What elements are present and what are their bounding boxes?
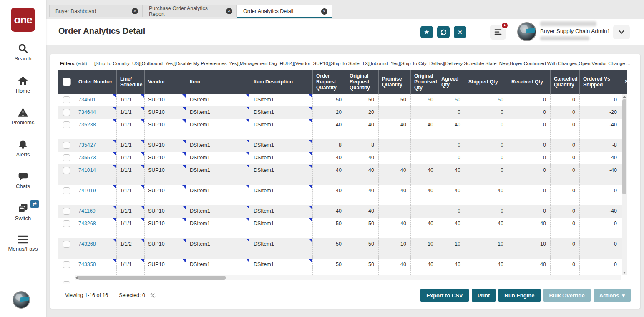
context-menu-triangle-icon[interactable]	[309, 107, 312, 110]
context-menu-triangle-icon[interactable]	[182, 152, 186, 156]
table-row[interactable]: 7354271/1/1SUP10DSItem1DSItem1880000-8	[58, 139, 627, 152]
scroll-left-arrow-icon[interactable]	[75, 276, 78, 279]
sidebar-item-menus-favs[interactable]: Menus/Favs	[0, 234, 46, 252]
actions-dropdown-button[interactable]: Actions ▾	[594, 289, 631, 302]
context-menu-triangle-icon[interactable]	[141, 94, 144, 98]
context-menu-triangle-icon[interactable]	[141, 119, 144, 123]
row-checkbox[interactable]	[63, 208, 70, 215]
row-checkbox[interactable]	[63, 241, 70, 248]
row-checkbox[interactable]	[63, 154, 70, 161]
vertical-scrollbar[interactable]	[622, 94, 627, 275]
scroll-down-arrow-icon[interactable]	[623, 272, 626, 274]
tab-order-analytics-detail[interactable]: Order Analytics Detail ✕	[237, 5, 332, 18]
tab-buyer-dashboard[interactable]: Buyer Dashboard ✕	[49, 5, 143, 17]
context-menu-triangle-icon[interactable]	[246, 259, 249, 262]
col-header-agreed-qty[interactable]: Agreed Qty	[438, 70, 465, 94]
col-header-item[interactable]: Item	[186, 70, 250, 94]
context-menu-triangle-icon[interactable]	[309, 218, 312, 221]
context-menu-triangle-icon[interactable]	[182, 239, 186, 242]
order-number-link[interactable]: 741014	[78, 167, 96, 173]
context-menu-triangle-icon[interactable]	[246, 218, 249, 221]
table-row[interactable]: 7432681/1/1SUP10DSItem1DSItem15050404040…	[58, 218, 627, 238]
context-menu-triangle-icon[interactable]	[182, 185, 186, 189]
context-menu-triangle-icon[interactable]	[309, 239, 312, 242]
col-header-received-qty[interactable]: Received Qty	[508, 70, 551, 94]
context-menu-triangle-icon[interactable]	[309, 152, 312, 156]
table-row[interactable]: 7433501/1/1SUP10DSItem1DSItem15050404040…	[58, 259, 627, 275]
row-checkbox[interactable]	[63, 167, 70, 174]
context-menu-triangle-icon[interactable]	[113, 94, 116, 98]
table-row[interactable]: 7410141/1/1SUP10DSItem1DSItem14040404040…	[58, 164, 627, 185]
tab-close-icon[interactable]: ✕	[226, 8, 232, 14]
context-menu-triangle-icon[interactable]	[113, 218, 116, 221]
deselect-all-icon[interactable]	[150, 293, 156, 298]
col-header-order-request-quantity[interactable]: Order Request Quantity	[313, 70, 346, 94]
sidebar-avatar[interactable]	[13, 291, 30, 309]
context-menu-triangle-icon[interactable]	[141, 239, 144, 242]
context-menu-triangle-icon[interactable]	[182, 119, 186, 123]
order-number-link[interactable]: 735427	[78, 142, 96, 148]
order-number-link[interactable]: 735238	[78, 122, 96, 128]
tab-purchase-order-analytics-report[interactable]: Purchase Order Analytics Report ✕	[143, 5, 237, 17]
col-header-line-schedule[interactable]: Line/ Schedule	[117, 70, 145, 94]
context-menu-triangle-icon[interactable]	[113, 152, 116, 156]
context-menu-triangle-icon[interactable]	[246, 107, 249, 110]
table-row[interactable]: 7410191/1/1SUP10DSItem1DSItem14040404040…	[58, 185, 627, 205]
context-menu-triangle-icon[interactable]	[182, 218, 186, 221]
context-menu-triangle-icon[interactable]	[141, 185, 144, 189]
col-header-vendor[interactable]: Vendor	[145, 70, 186, 94]
row-checkbox[interactable]	[63, 96, 70, 103]
table-row[interactable]: 7346441/1/1SUP10DSItem1DSItem120200000-2…	[58, 106, 627, 119]
filters-edit-link[interactable]: (edit)	[76, 61, 87, 66]
context-menu-triangle-icon[interactable]	[113, 140, 116, 143]
context-menu-triangle-icon[interactable]	[309, 94, 312, 98]
context-menu-triangle-icon[interactable]	[141, 140, 144, 143]
row-checkbox[interactable]	[63, 261, 70, 268]
context-menu-triangle-icon[interactable]	[182, 94, 186, 98]
context-menu-triangle-icon[interactable]	[113, 185, 116, 189]
horizontal-scroll-thumb[interactable]	[78, 276, 226, 280]
context-menu-triangle-icon[interactable]	[309, 185, 312, 189]
row-checkbox[interactable]	[63, 281, 70, 284]
table-row[interactable]: 7352381/1/1SUP10DSItem1DSItem14040404040…	[58, 119, 627, 139]
col-header-original-promised-qty[interactable]: Original Promised Qty	[411, 70, 438, 94]
favorite-button[interactable]: ★	[420, 26, 433, 38]
context-menu-triangle-icon[interactable]	[141, 165, 144, 168]
scroll-up-arrow-icon[interactable]	[623, 96, 626, 98]
sidebar-item-alerts[interactable]: Alerts	[0, 139, 46, 158]
sidebar-item-problems[interactable]: Problems	[0, 107, 46, 126]
context-menu-triangle-icon[interactable]	[246, 206, 249, 209]
col-header-select[interactable]	[58, 70, 75, 94]
order-number-link[interactable]: 741019	[78, 188, 96, 194]
col-header-sh-re[interactable]: Sh Re	[621, 70, 627, 94]
col-header-item-description[interactable]: Item Description	[250, 70, 313, 94]
run-engine-button[interactable]: Run Engine	[498, 289, 540, 302]
row-checkbox[interactable]	[63, 187, 70, 194]
context-menu-triangle-icon[interactable]	[182, 165, 186, 168]
order-number-link[interactable]: 743350	[78, 262, 96, 267]
context-menu-triangle-icon[interactable]	[113, 165, 116, 168]
table-row[interactable]: 7411691/1/1SUP10DSItem1DSItem140400000-4…	[58, 205, 627, 218]
order-number-link[interactable]: 734644	[78, 109, 96, 115]
notifications-menu-button[interactable]: ★	[490, 25, 506, 40]
context-menu-triangle-icon[interactable]	[182, 206, 186, 209]
context-menu-triangle-icon[interactable]	[182, 140, 186, 143]
sidebar-item-home[interactable]: Home	[0, 75, 46, 94]
row-checkbox[interactable]	[63, 142, 70, 149]
context-menu-triangle-icon[interactable]	[141, 107, 144, 110]
col-header-original-request-quantity[interactable]: Original Request Quantity	[346, 70, 379, 94]
sidebar-item-switch[interactable]: ⇄ Switch	[0, 202, 46, 221]
col-header-shipped-qty[interactable]: Shipped Qty	[465, 70, 508, 94]
context-menu-triangle-icon[interactable]	[309, 140, 312, 143]
context-menu-triangle-icon[interactable]	[309, 165, 312, 168]
context-menu-triangle-icon[interactable]	[141, 218, 144, 221]
col-header-cancelled-quantity[interactable]: Cancelled Quantity	[551, 70, 580, 94]
bulk-override-button[interactable]: Bulk Override	[543, 289, 591, 302]
context-menu-triangle-icon[interactable]	[246, 119, 249, 123]
col-header-order-number[interactable]: Order Number	[75, 70, 117, 94]
context-menu-triangle-icon[interactable]	[113, 239, 116, 242]
table-row[interactable]: 7432681/1/2SUP10DSItem1DSItem15050101010…	[58, 238, 627, 259]
context-menu-triangle-icon[interactable]	[246, 185, 249, 189]
horizontal-scrollbar[interactable]	[75, 275, 621, 280]
export-to-csv-button[interactable]: Export to CSV	[420, 289, 468, 302]
